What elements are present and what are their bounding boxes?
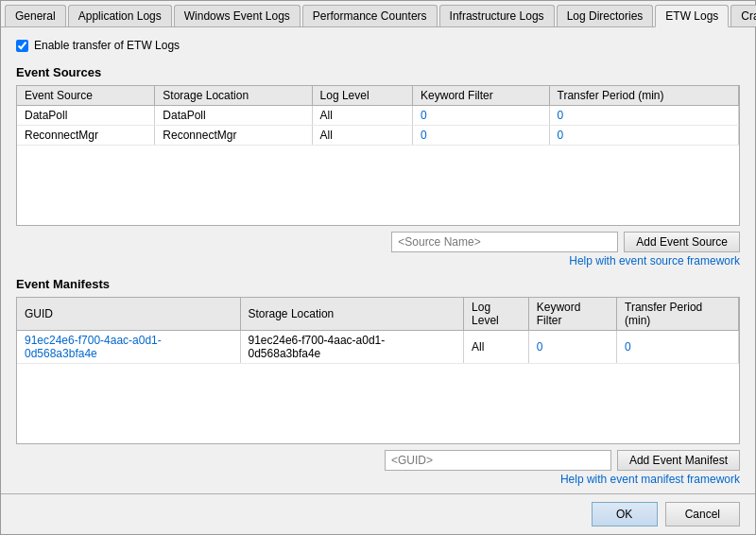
col-storage-location-m: Storage Location: [240, 298, 464, 331]
tab-windows-event-logs[interactable]: Windows Event Logs: [174, 5, 301, 26]
transfer-period-cell: 0: [549, 126, 738, 146]
keyword-filter-cell: 0: [413, 106, 550, 126]
source-name-input[interactable]: [391, 232, 618, 252]
event-sources-table: Event Source Storage Location Log Level …: [17, 86, 739, 146]
enable-transfer-checkbox[interactable]: [16, 40, 28, 52]
enable-transfer-label: Enable transfer of ETW Logs: [34, 39, 180, 52]
tab-bar: GeneralApplication LogsWindows Event Log…: [1, 1, 755, 27]
event-manifests-empty-area: [17, 368, 739, 443]
col-transfer-period-m: Transfer Period (min): [617, 298, 739, 331]
cancel-button[interactable]: Cancel: [665, 502, 740, 526]
guid-cell: 91ec24e6-f700-4aac-a0d1-0d568a3bfa4e: [17, 331, 240, 364]
enable-transfer-row: Enable transfer of ETW Logs: [16, 39, 740, 52]
storage-location-cell: DataPoll: [155, 106, 312, 126]
dialog-container: GeneralApplication LogsWindows Event Log…: [0, 0, 756, 535]
table-row[interactable]: ReconnectMgr ReconnectMgr All 0 0: [17, 126, 739, 146]
transfer-period-m-cell: 0: [617, 331, 739, 364]
event-manifests-table: GUID Storage Location Log Level Keyword …: [17, 298, 739, 364]
add-event-source-button[interactable]: Add Event Source: [624, 232, 740, 252]
tab-log-directories[interactable]: Log Directories: [557, 5, 654, 26]
tab-application-logs[interactable]: Application Logs: [68, 5, 172, 26]
add-event-manifest-button[interactable]: Add Event Manifest: [617, 450, 740, 471]
col-log-level: Log Level: [312, 86, 413, 106]
col-keyword-filter: Keyword Filter: [413, 86, 550, 106]
event-manifests-table-container: GUID Storage Location Log Level Keyword …: [16, 297, 740, 444]
tab-performance-counters[interactable]: Performance Counters: [302, 5, 438, 26]
storage-location-m-cell: 91ec24e6-f700-4aac-a0d1-0d568a3bfa4e: [240, 331, 464, 364]
col-storage-location: Storage Location: [155, 86, 312, 106]
tab-infrastructure-logs[interactable]: Infrastructure Logs: [439, 5, 555, 26]
col-keyword-filter-m: Keyword Filter: [528, 298, 616, 331]
log-level-m-cell: All: [464, 331, 529, 364]
event-sources-title: Event Sources: [16, 65, 740, 79]
col-event-source: Event Source: [17, 86, 155, 106]
col-guid: GUID: [17, 298, 240, 331]
tab-etw-logs[interactable]: ETW Logs: [655, 5, 729, 27]
event-manifests-header-row: GUID Storage Location Log Level Keyword …: [17, 298, 739, 331]
col-log-level-m: Log Level: [464, 298, 529, 331]
tab-general[interactable]: General: [5, 5, 66, 26]
event-source-help-link[interactable]: Help with event source framework: [16, 254, 740, 268]
col-transfer-period: Transfer Period (min): [549, 86, 738, 106]
event-sources-table-container: Event Source Storage Location Log Level …: [16, 85, 740, 226]
event-source-input-row: Add Event Source: [16, 232, 740, 252]
keyword-filter-cell: 0: [413, 126, 550, 146]
keyword-filter-m-cell: 0: [528, 331, 616, 364]
storage-location-cell: ReconnectMgr: [155, 126, 312, 146]
table-row[interactable]: 91ec24e6-f700-4aac-a0d1-0d568a3bfa4e 91e…: [17, 331, 739, 364]
event-source-cell: DataPoll: [17, 106, 155, 126]
event-manifests-title: Event Manifests: [16, 277, 740, 291]
content-area: Enable transfer of ETW Logs Event Source…: [1, 27, 755, 493]
ok-button[interactable]: OK: [592, 502, 658, 526]
log-level-cell: All: [312, 106, 413, 126]
event-sources-empty-area: [17, 149, 739, 225]
event-manifest-help-link[interactable]: Help with event manifest framework: [16, 473, 740, 486]
transfer-period-cell: 0: [549, 106, 738, 126]
event-manifest-input-row: Add Event Manifest: [16, 450, 740, 471]
log-level-cell: All: [312, 126, 413, 146]
footer: OK Cancel: [1, 493, 755, 534]
event-sources-header-row: Event Source Storage Location Log Level …: [17, 86, 739, 106]
guid-input[interactable]: [385, 450, 611, 471]
tab-crash-dumps[interactable]: Crash Dumps: [730, 5, 756, 26]
table-row[interactable]: DataPoll DataPoll All 0 0: [17, 106, 739, 126]
event-source-cell: ReconnectMgr: [17, 126, 155, 146]
